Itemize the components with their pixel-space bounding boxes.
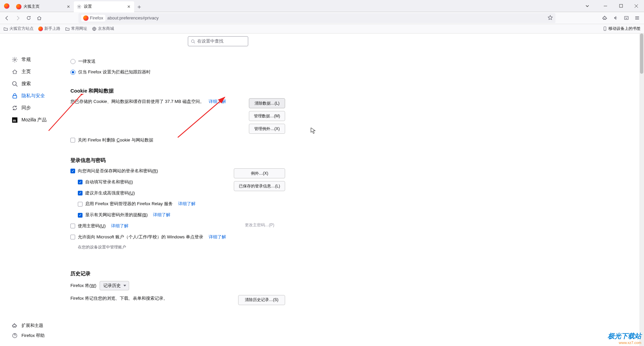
sidebar-label: 扩展和主题 (21, 323, 43, 329)
sidebar-item-sync[interactable]: 同步 (9, 102, 70, 114)
svg-rect-2 (624, 16, 628, 19)
pinned-firefox-icon[interactable] (0, 0, 13, 12)
svg-text:m: m (13, 119, 16, 122)
checkbox-icon (70, 224, 75, 228)
radio-always-send[interactable]: 一律发送 (70, 58, 285, 64)
sidebar-label: 主页 (21, 69, 31, 75)
sidebar-item-search[interactable]: 搜索 (9, 78, 70, 90)
manage-data-button[interactable]: 管理数据…(M) (249, 111, 285, 121)
checkbox-ms-sso[interactable]: 允许面向 Microsoft 账户（个人/工作/学校）的 Windows 单点登… (70, 234, 227, 241)
mozilla-icon: m (11, 117, 18, 123)
checkbox-icon (78, 213, 83, 218)
cookies-desc: 您已存储的 Cookie、网站数据和缓存目前使用了 37.7 MB 磁盘空间。 (70, 99, 204, 104)
svg-point-5 (14, 59, 16, 61)
sidebar-label: Firefox 帮助 (21, 333, 45, 339)
learn-more-link[interactable]: 详细了解 (209, 234, 226, 241)
window-close[interactable] (629, 0, 644, 12)
checkbox-autofill[interactable]: 自动填写登录名和密码(I) (78, 179, 227, 186)
sidebar-label: 常规 (21, 57, 31, 63)
dropdown-value: 记录历史 (103, 283, 121, 289)
radio-only-when-blocking[interactable]: 仅当 Firefox 设置为拦截已知跟踪器时 (70, 69, 285, 75)
firefox-icon (38, 26, 43, 31)
reload-button[interactable] (23, 13, 34, 23)
tab-settings[interactable]: 设置 ✕ (74, 1, 134, 12)
checkbox-icon (70, 138, 75, 142)
learn-more-link[interactable]: 详细了解 (153, 212, 170, 219)
sidebar-item-home[interactable]: 主页 (9, 66, 70, 78)
close-icon[interactable]: ✕ (66, 4, 71, 9)
bookmark-folder-common[interactable]: 常用网址 (65, 26, 87, 32)
new-tab-button[interactable]: ＋ (134, 2, 144, 12)
chevron-down-icon[interactable] (580, 0, 595, 12)
svg-point-0 (78, 6, 80, 7)
manage-exceptions-button[interactable]: 管理例外…(X) (249, 124, 285, 134)
checkbox-primary-password[interactable]: 使用主密码(U) 详细了解 (70, 223, 227, 230)
checkbox-label: 启用 Firefox 密码管理器的 Firefox Relay 服务 (85, 200, 173, 208)
section-title-logins: 登录信息与密码 (70, 157, 285, 164)
mobile-bookmarks[interactable]: 移动设备上的书签 (603, 26, 641, 32)
firefox-icon (83, 15, 89, 21)
categories-sidebar: 常规 主页 搜索 隐私与安全 同步 m Mozilla 产品 扩展和主题 (0, 34, 70, 346)
svg-point-11 (192, 40, 194, 42)
home-button[interactable] (34, 13, 44, 23)
bookmark-jd[interactable]: 京东商城 (92, 26, 114, 32)
checkbox-breach-alerts[interactable]: 显示有关网站密码外泄的提醒(B) 详细了解 (78, 212, 227, 219)
checkbox-delete-on-close[interactable]: 关闭 Firefox 时删除 Cookie 与网站数据 (70, 137, 285, 143)
tab-title: 设置 (84, 4, 124, 9)
back-button[interactable] (2, 13, 12, 23)
learn-more-link[interactable]: 详细了解 (209, 99, 226, 104)
question-icon (11, 332, 18, 339)
sidebar-item-privacy[interactable]: 隐私与安全 (9, 90, 70, 102)
mouse-cursor-icon (311, 127, 316, 134)
clear-data-button[interactable]: 清除数据…(L) (249, 98, 285, 108)
search-input[interactable]: 在设置中查找 (188, 36, 248, 46)
sidebar-item-general[interactable]: 常规 (9, 54, 70, 66)
window-maximize[interactable] (613, 0, 629, 12)
window-minimize[interactable] (598, 0, 613, 12)
url-text: about:preferences#privacy (107, 15, 159, 20)
firefox-icon (16, 4, 21, 9)
sidebar-label: 隐私与安全 (21, 93, 45, 99)
radio-label: 仅当 Firefox 设置为拦截已知跟踪器时 (78, 69, 151, 75)
radio-icon (70, 70, 75, 75)
history-mode-dropdown[interactable]: 记录历史 (100, 281, 129, 290)
gear-icon (76, 4, 82, 9)
learn-more-link[interactable]: 详细了解 (178, 200, 196, 208)
close-icon[interactable]: ✕ (126, 4, 131, 9)
tab-huohu[interactable]: 火狐主页 ✕ (13, 1, 74, 12)
history-label: Firefox 将(W) (70, 283, 96, 289)
bookmark-star-icon[interactable] (548, 15, 553, 21)
bookmark-folder-official[interactable]: 火狐官方站点 (3, 26, 34, 32)
bookmark-newbie[interactable]: 新手上路 (38, 26, 60, 32)
sidebar-item-help[interactable]: Firefox 帮助 (9, 331, 47, 341)
titlebar-controls (580, 0, 644, 12)
logins-exceptions-button[interactable]: 例外…(X) (234, 168, 285, 178)
library-icon[interactable] (610, 13, 621, 23)
tab-title: 火狐主页 (23, 4, 64, 9)
extensions-icon[interactable] (600, 13, 610, 23)
identity-box[interactable]: Firefox (81, 15, 105, 21)
app-menu-icon[interactable] (632, 13, 642, 23)
svg-rect-7 (13, 96, 16, 98)
checkbox-icon (78, 191, 83, 195)
bookmark-label: 常用网址 (71, 26, 87, 32)
search-placeholder: 在设置中查找 (197, 38, 223, 44)
checkbox-suggest-strong[interactable]: 建议并生成高强度密码(U) (78, 190, 227, 197)
checkbox-relay[interactable]: 启用 Firefox 密码管理器的 Firefox Relay 服务 详细了解 (78, 200, 227, 208)
checkbox-label: 向您询问是否保存网站的登录名和密码(R) (78, 168, 158, 175)
saved-logins-button[interactable]: 已保存的登录信息…(L) (234, 181, 285, 191)
learn-more-link[interactable]: 详细了解 (111, 223, 128, 230)
pocket-icon[interactable] (621, 13, 631, 23)
sidebar-label: 搜索 (21, 81, 31, 87)
forward-button[interactable] (13, 13, 23, 23)
sidebar-item-mozilla[interactable]: m Mozilla 产品 (9, 114, 70, 126)
ms-sso-helper-text: 在您的设备设置中管理账户 (78, 244, 227, 250)
bookmarks-toolbar: 火狐官方站点 新手上路 常用网址 京东商城 移动设备上的书签 (0, 24, 644, 34)
checkbox-icon (70, 169, 75, 173)
sidebar-item-extensions[interactable]: 扩展和主题 (9, 321, 47, 331)
url-bar[interactable]: Firefox about:preferences#privacy (78, 13, 555, 23)
clear-history-button[interactable]: 清除历史记录…(S) (238, 295, 285, 305)
sidebar-label: 同步 (21, 105, 31, 111)
checkbox-ask-save[interactable]: 向您询问是否保存网站的登录名和密码(R) (70, 168, 227, 175)
sync-icon (11, 105, 18, 111)
